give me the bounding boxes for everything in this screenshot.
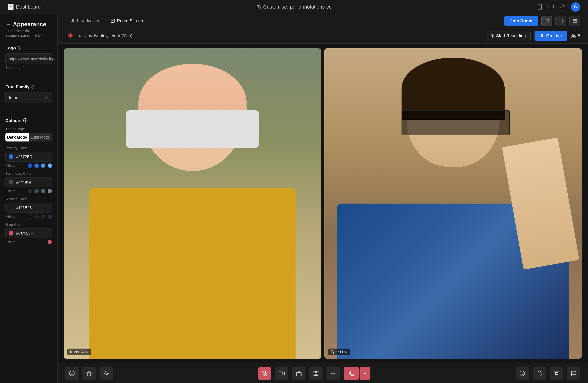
tyler-label: Tyler H xyxy=(328,349,350,355)
sidebar-back[interactable]: ← Appearance xyxy=(5,21,52,28)
sec-palette-dot-3[interactable] xyxy=(41,189,45,193)
surf-palette-dot-4[interactable] xyxy=(48,214,52,219)
end-call-button[interactable] xyxy=(344,367,359,380)
monitor-view-button[interactable] xyxy=(541,16,552,26)
sec-palette-dot-4[interactable] xyxy=(48,189,52,193)
surf-palette-dot-1[interactable] xyxy=(28,214,32,219)
emoji-button[interactable] xyxy=(516,367,529,380)
room-topbar-right: Start Recording Go Live xyxy=(486,31,580,41)
book-icon xyxy=(537,4,543,10)
sec-palette-dot-2[interactable] xyxy=(34,189,39,193)
end-call-more-button[interactable] xyxy=(359,367,370,380)
secondary-color-swatch[interactable]: #444954 xyxy=(5,177,52,187)
topbar-left: Dashboard xyxy=(8,4,85,10)
surface-color-swatch[interactable]: #191B23 xyxy=(5,203,52,213)
hand-raise-button[interactable] xyxy=(533,367,546,380)
monitor-icon-button[interactable] xyxy=(548,4,554,10)
logo-url-input[interactable] xyxy=(9,57,58,61)
tab-broadcaster[interactable]: broadcaster xyxy=(65,14,105,28)
audio-wave-button[interactable] xyxy=(100,367,113,380)
secondary-color-circle xyxy=(9,180,13,184)
dashboard-back-button[interactable] xyxy=(8,4,14,10)
sparkle-effects-button[interactable] xyxy=(83,367,96,380)
layout-button[interactable] xyxy=(309,367,323,380)
chat-button[interactable] xyxy=(567,367,580,380)
emoji-reactions-button[interactable] xyxy=(65,367,79,380)
join-room-button[interactable]: Join Room xyxy=(504,16,538,26)
end-call-chevron-icon xyxy=(363,371,367,376)
svg-point-3 xyxy=(563,5,565,6)
participants-count: 5 xyxy=(578,33,580,38)
palette-dot-2[interactable] xyxy=(34,163,39,168)
bottom-center-controls xyxy=(258,367,370,380)
tablet-view-button[interactable] xyxy=(555,16,566,26)
surf-palette-dot-3[interactable] xyxy=(41,214,45,219)
tablet-view-icon xyxy=(558,19,563,23)
palette-dot-4[interactable] xyxy=(48,163,52,168)
logo-section: Logo ⓘ ✕ Supported format i xyxy=(5,45,52,70)
surf-palette-dot-2[interactable] xyxy=(34,214,39,219)
topbar-center: Customise: pdf-annotations-vc xyxy=(85,4,503,10)
participants-icon xyxy=(571,33,576,38)
volume-icon-area: Joy Banks, Iwobi (You) xyxy=(79,33,132,39)
start-recording-button[interactable]: Start Recording xyxy=(486,31,531,41)
font-section: Font Family ⓘ Inter xyxy=(5,85,52,103)
err-palette-dot-1[interactable] xyxy=(48,240,52,244)
tyler-wifi-icon xyxy=(344,351,347,354)
more-icon xyxy=(330,371,336,376)
bottom-left-controls xyxy=(65,367,113,380)
font-selected-value: Inter xyxy=(9,95,17,100)
error-color-swatch[interactable]: #CC525F xyxy=(5,228,52,238)
palette-dot-1[interactable] xyxy=(28,163,32,168)
window-view-button[interactable] xyxy=(569,16,580,26)
header-actions: Join Room xyxy=(504,16,580,26)
video-toggle-button[interactable] xyxy=(275,367,288,380)
sec-palette-dot-1[interactable] xyxy=(28,189,32,193)
svg-rect-33 xyxy=(314,374,315,376)
bottom-right-controls xyxy=(516,367,580,380)
monitor-icon xyxy=(548,4,554,10)
karen-video xyxy=(64,48,321,359)
sidebar-title: Appearance xyxy=(13,21,46,28)
svg-point-34 xyxy=(333,373,334,374)
font-select-dropdown[interactable]: Inter xyxy=(5,92,52,103)
end-call-group xyxy=(344,367,370,380)
laser-icon: ✳ xyxy=(67,32,73,40)
customize-title: Customise: pdf-annotations-vc xyxy=(263,4,331,10)
notification-icon-button[interactable] xyxy=(560,4,565,10)
svg-point-20 xyxy=(70,371,74,376)
karen-label: Karen A xyxy=(67,349,91,355)
mic-muted-icon xyxy=(262,371,268,376)
go-live-button[interactable]: Go Live xyxy=(535,31,567,41)
emoji-icon xyxy=(519,371,525,376)
content-area: broadcaster Room Screen Join Room xyxy=(58,14,588,383)
palette-dot-3[interactable] xyxy=(41,163,45,168)
person-icon xyxy=(71,19,75,23)
mic-mute-button[interactable] xyxy=(258,367,271,380)
broadcaster-tab-label: broadcaster xyxy=(77,18,100,23)
more-options-button[interactable] xyxy=(326,367,340,380)
light-mode-button[interactable]: Light Mode xyxy=(29,133,52,141)
layout-icon xyxy=(111,19,115,23)
audio-wave-icon xyxy=(103,371,109,376)
palette-label-error: Palette xyxy=(5,240,15,244)
hand-icon xyxy=(536,371,542,376)
primary-color-swatch[interactable]: #2672ED xyxy=(5,152,52,161)
sidebar: ← Appearance Customise the appearance of… xyxy=(0,14,58,383)
screen-share-button[interactable] xyxy=(292,367,305,380)
dark-mode-button[interactable]: Dark Mode xyxy=(5,133,29,141)
svg-marker-15 xyxy=(79,34,81,37)
captions-button[interactable] xyxy=(550,367,563,380)
surface-color-label: Surface Color xyxy=(5,197,52,201)
window-view-icon xyxy=(572,19,577,23)
book-icon-button[interactable] xyxy=(537,4,543,10)
logo-label: Logo ⓘ xyxy=(5,45,52,51)
svg-rect-8 xyxy=(545,19,549,22)
secondary-color-value: #444954 xyxy=(16,180,31,184)
tab-room-screen[interactable]: Room Screen xyxy=(105,14,148,28)
divider-1 xyxy=(5,79,52,79)
font-info-icon: ⓘ xyxy=(31,85,34,89)
chat-icon xyxy=(571,371,577,376)
record-icon xyxy=(491,34,494,38)
participants-button[interactable]: 5 xyxy=(571,33,580,38)
